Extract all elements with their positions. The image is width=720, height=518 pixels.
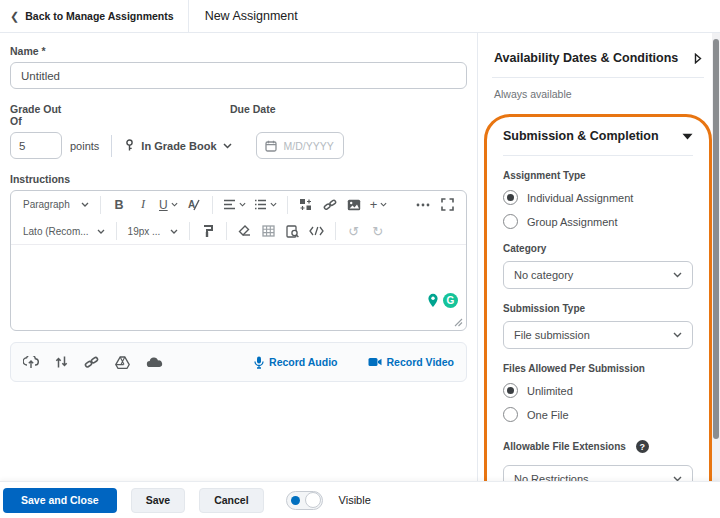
onedrive-button[interactable] <box>146 357 163 368</box>
underline-button[interactable]: U <box>156 194 181 216</box>
back-link-label: Back to Manage Assignments <box>25 10 173 22</box>
eraser-icon <box>238 225 252 237</box>
submission-accordion-header[interactable]: Submission & Completion <box>503 125 693 143</box>
insert-stuff-icon <box>299 198 312 211</box>
chevron-down-icon <box>170 229 178 234</box>
in-grade-book-dropdown[interactable]: In Grade Book <box>124 139 231 152</box>
table-icon <box>262 225 275 237</box>
align-list-icon <box>223 199 236 210</box>
preview-button[interactable] <box>282 220 304 242</box>
redo-button[interactable]: ↻ <box>367 220 389 242</box>
attachments-toolbar: Record Audio Record Video <box>10 342 467 382</box>
availability-accordion-header[interactable]: Availability Dates & Conditions <box>492 43 704 65</box>
file-extensions-label: Allowable File Extensions <box>503 441 626 452</box>
location-pin-icon[interactable] <box>427 293 439 308</box>
sidebar-divider <box>503 155 693 156</box>
attach-activity-icon <box>55 355 68 369</box>
submission-type-label: Submission Type <box>503 303 693 314</box>
font-family-dropdown[interactable]: Lato (Recom... <box>19 226 109 237</box>
resize-handle[interactable] <box>454 318 463 327</box>
upload-file-button[interactable] <box>23 356 39 369</box>
bold-button[interactable]: B <box>108 194 130 216</box>
chevron-down-icon <box>270 202 277 207</box>
save-button[interactable]: Save <box>131 488 186 513</box>
files-allowed-label: Files Allowed Per Submission <box>503 363 693 374</box>
top-bar: ❮ Back to Manage Assignments New Assignm… <box>0 0 720 33</box>
paragraph-dropdown[interactable]: Paragraph <box>19 199 93 210</box>
scrollbar-track[interactable] <box>712 33 720 481</box>
points-label: points <box>70 140 99 152</box>
cancel-button[interactable]: Cancel <box>199 488 263 513</box>
weblink-icon <box>84 355 99 370</box>
scrollbar-thumb[interactable] <box>713 39 719 439</box>
google-drive-button[interactable] <box>115 356 130 369</box>
record-video-button[interactable]: Record Video <box>368 356 455 368</box>
sidebar-divider <box>492 77 704 78</box>
eraser-button[interactable] <box>234 220 256 242</box>
chevron-down-icon <box>239 202 246 207</box>
radio-unlimited[interactable]: Unlimited <box>503 383 693 398</box>
ellipsis-icon <box>416 203 430 207</box>
radio-icon <box>503 407 518 422</box>
chevron-right-icon <box>694 53 702 64</box>
editor-toolbar-row1: Paragraph B I U A <box>11 191 466 218</box>
radio-icon <box>503 383 518 398</box>
radio-one-file[interactable]: One File <box>503 407 693 422</box>
chevron-down-icon <box>171 202 178 207</box>
weblink-button[interactable] <box>84 355 99 370</box>
grammarly-icon[interactable]: G <box>443 293 458 308</box>
format-painter-button[interactable] <box>197 220 219 242</box>
instructions-content-area[interactable] <box>11 245 466 323</box>
source-code-icon <box>309 226 324 236</box>
fullscreen-button[interactable] <box>436 194 458 216</box>
due-date-label: Due Date <box>230 103 276 127</box>
due-date-placeholder: M/D/YYYY <box>284 140 334 152</box>
category-select[interactable]: No category <box>503 261 693 289</box>
insert-plus-button[interactable]: + <box>367 194 391 216</box>
more-actions-button[interactable] <box>412 194 434 216</box>
preview-icon <box>286 225 299 238</box>
availability-title: Availability Dates & Conditions <box>494 51 678 65</box>
ordered-list-button[interactable] <box>251 194 280 216</box>
insert-quicklink-button[interactable] <box>319 194 341 216</box>
radio-individual-assignment[interactable]: Individual Assignment <box>503 190 693 205</box>
insert-stuff-button[interactable] <box>295 194 317 216</box>
submission-highlight-oval: Submission & Completion Assignment Type … <box>484 114 712 512</box>
vertical-divider <box>111 135 112 157</box>
new-assignment-page: ❮ Back to Manage Assignments New Assignm… <box>0 0 720 518</box>
save-and-close-button[interactable]: Save and Close <box>3 488 117 513</box>
attach-activity-button[interactable] <box>55 355 68 369</box>
instructions-label: Instructions <box>10 173 467 185</box>
settings-sidebar: Availability Dates & Conditions Always a… <box>478 33 720 481</box>
unordered-list-button[interactable] <box>220 194 249 216</box>
category-label: Category <box>503 243 693 254</box>
format-painter-icon <box>202 225 214 238</box>
undo-button[interactable]: ↺ <box>343 220 365 242</box>
chevron-down-icon <box>673 272 682 278</box>
calendar-icon <box>265 140 277 152</box>
assignment-type-label: Assignment Type <box>503 170 693 181</box>
record-audio-button[interactable]: Record Audio <box>254 356 337 369</box>
due-date-input[interactable]: M/D/YYYY <box>256 132 344 159</box>
link-icon <box>323 198 337 212</box>
visible-toggle[interactable] <box>286 491 323 510</box>
grade-input[interactable] <box>10 132 62 159</box>
insert-image-button[interactable] <box>343 194 365 216</box>
back-to-manage-assignments-link[interactable]: ❮ Back to Manage Assignments <box>0 0 188 32</box>
table-button[interactable] <box>258 220 280 242</box>
submission-type-select[interactable]: File submission <box>503 321 693 349</box>
onedrive-icon <box>146 357 163 368</box>
page-title: New Assignment <box>189 9 298 23</box>
font-color-button[interactable]: A <box>183 194 205 216</box>
chevron-down-icon <box>380 202 387 207</box>
editor-toolbar-row2: Lato (Recom... 19px ... <box>11 218 466 245</box>
chevron-down-filled-icon <box>682 133 693 140</box>
image-icon <box>347 199 361 211</box>
name-label: Name * <box>10 45 467 57</box>
name-input[interactable] <box>10 62 467 89</box>
radio-group-assignment[interactable]: Group Assignment <box>503 214 693 229</box>
source-code-button[interactable] <box>306 220 328 242</box>
font-size-dropdown[interactable]: 19px ... <box>124 226 182 237</box>
italic-button[interactable]: I <box>132 194 154 216</box>
help-icon[interactable]: ? <box>636 440 649 453</box>
